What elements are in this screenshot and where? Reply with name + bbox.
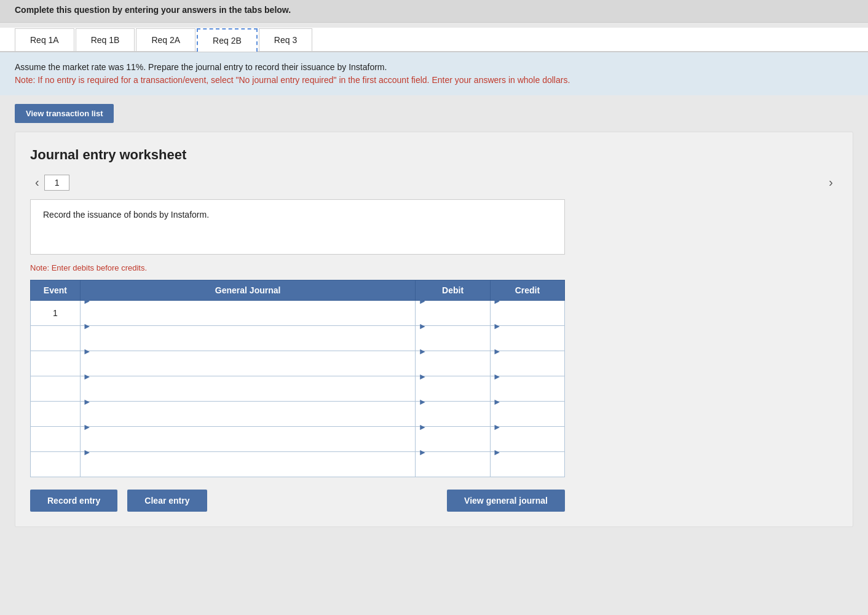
arrow-icon: ► <box>416 346 427 356</box>
credit-input-6[interactable] <box>491 432 564 456</box>
arrow-icon: ► <box>416 397 427 407</box>
description-text: Record the issuance of bonds by Instafor… <box>43 210 209 220</box>
debit-input-6[interactable] <box>416 432 489 456</box>
journal-input-5[interactable] <box>81 407 416 431</box>
journal-input-7[interactable] <box>81 457 416 482</box>
arrow-icon: ► <box>491 371 502 381</box>
arrow-icon: ► <box>81 422 92 432</box>
event-cell-7 <box>31 452 81 477</box>
arrow-icon: ► <box>491 447 502 457</box>
arrow-icon: ► <box>491 296 502 306</box>
debit-input-7[interactable] <box>416 457 489 482</box>
journal-cell-1[interactable]: ► <box>80 301 416 326</box>
debits-note: Note: Enter debits before credits. <box>30 263 838 272</box>
page-wrapper: Complete this question by entering your … <box>0 0 868 615</box>
event-cell-5 <box>31 402 81 427</box>
clear-entry-button[interactable]: Clear entry <box>127 490 207 512</box>
journal-table: Event General Journal Debit Credit 1 ► <box>30 280 565 477</box>
record-entry-button[interactable]: Record entry <box>30 490 117 512</box>
event-cell-3 <box>31 351 81 376</box>
col-general-journal: General Journal <box>80 280 416 301</box>
arrow-icon: ► <box>81 447 92 457</box>
credit-input-2[interactable] <box>491 331 564 355</box>
bottom-buttons: Record entry Clear entry View general jo… <box>30 490 565 512</box>
view-general-journal-button[interactable]: View general journal <box>447 490 565 512</box>
tab-req1b[interactable]: Req 1B <box>76 28 135 51</box>
journal-input-3[interactable] <box>81 356 416 381</box>
worksheet-title: Journal entry worksheet <box>30 147 838 163</box>
view-transaction-btn-row: View transaction list <box>0 95 868 132</box>
info-note-text: Note: If no entry is required for a tran… <box>15 74 853 87</box>
journal-input-6[interactable] <box>81 432 416 456</box>
arrow-icon: ► <box>491 346 502 356</box>
nav-next-button[interactable]: › <box>824 173 838 192</box>
nav-prev-button[interactable]: ‹ <box>30 173 44 192</box>
arrow-icon: ► <box>81 321 92 331</box>
tab-req2b[interactable]: Req 2B <box>197 28 258 52</box>
info-main-text: Assume the market rate was 11%. Prepare … <box>15 61 853 74</box>
event-cell-2 <box>31 326 81 351</box>
arrow-icon: ► <box>416 371 427 381</box>
tabs-row: Req 1A Req 1B Req 2A Req 2B Req 3 <box>0 28 868 52</box>
debit-input-4[interactable] <box>416 381 489 406</box>
worksheet-card: Journal entry worksheet ‹ 1 › Record the… <box>15 132 853 527</box>
event-cell-6 <box>31 427 81 452</box>
arrow-icon: ► <box>416 422 427 432</box>
table-row: 1 ► ► ► <box>31 301 565 326</box>
tab-number-box: 1 <box>44 175 70 191</box>
instruction-text: Complete this question by entering your … <box>15 5 291 15</box>
arrow-icon: ► <box>491 321 502 331</box>
debit-input-1[interactable] <box>416 306 489 330</box>
description-box: Record the issuance of bonds by Instafor… <box>30 199 565 255</box>
event-cell-4 <box>31 376 81 402</box>
arrow-icon: ► <box>491 422 502 432</box>
tab-navigator: ‹ 1 › <box>30 173 838 192</box>
top-instruction: Complete this question by entering your … <box>0 0 868 23</box>
arrow-icon: ► <box>81 397 92 407</box>
journal-input-4[interactable] <box>81 381 416 406</box>
col-event: Event <box>31 280 81 301</box>
arrow-icon: ► <box>491 397 502 407</box>
journal-input-2[interactable] <box>81 331 416 355</box>
credit-input-1[interactable] <box>491 306 564 330</box>
arrow-icon: ► <box>416 296 427 306</box>
event-cell-1: 1 <box>31 301 81 326</box>
debit-input-2[interactable] <box>416 331 489 355</box>
tab-req3[interactable]: Req 3 <box>259 28 312 51</box>
arrow-icon: ► <box>81 296 92 306</box>
arrow-icon: ► <box>416 321 427 331</box>
credit-input-4[interactable] <box>491 381 564 406</box>
arrow-icon: ► <box>81 371 92 381</box>
credit-input-5[interactable] <box>491 407 564 431</box>
debit-input-5[interactable] <box>416 407 489 431</box>
credit-input-7[interactable] <box>491 457 564 482</box>
tab-req1a[interactable]: Req 1A <box>15 28 74 51</box>
credit-input-3[interactable] <box>491 356 564 381</box>
arrow-icon: ► <box>81 346 92 356</box>
info-box: Assume the market rate was 11%. Prepare … <box>0 52 868 95</box>
tab-req2a[interactable]: Req 2A <box>136 28 195 51</box>
journal-input-1[interactable] <box>81 306 416 330</box>
arrow-icon: ► <box>416 447 427 457</box>
debit-input-3[interactable] <box>416 356 489 381</box>
view-transaction-button[interactable]: View transaction list <box>15 104 114 123</box>
